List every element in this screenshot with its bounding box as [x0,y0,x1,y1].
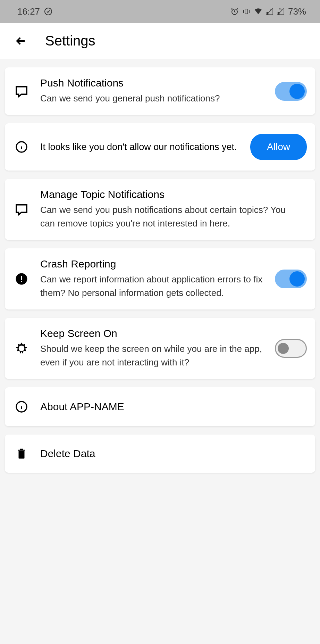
svg-text:!: ! [281,8,282,11]
alarm-icon [230,7,239,16]
keep-screen-on-toggle[interactable] [275,339,307,358]
crash-reporting-toggle[interactable] [275,270,307,288]
delete-data-title: Delete Data [40,448,300,460]
chat-icon [13,84,30,98]
chat-icon [13,203,30,216]
status-right: ! R ! 73% [230,6,306,17]
signal-icon-2: R ! [277,8,285,15]
keep-screen-on-description: Should we keep the screen on while you a… [40,342,268,369]
error-icon [13,273,30,285]
status-time: 16:27 [17,6,40,17]
svg-text:R: R [279,8,280,11]
keep-screen-on-title: Keep Screen On [40,328,268,339]
checkmark-circle-icon [44,7,52,16]
manage-topics-description: Can we send you push notifications about… [40,203,300,230]
wifi-icon [254,7,262,16]
manage-topics-title: Manage Topic Notifications [40,189,300,200]
status-left: 16:27 [17,6,52,17]
crash-reporting-title: Crash Reporting [40,258,268,270]
brightness-icon [13,341,30,355]
back-button[interactable] [14,34,28,48]
info-icon [13,141,30,153]
svg-point-0 [45,8,52,15]
info-icon [13,401,30,413]
notification-warning-card: It looks like you don't allow our notifi… [5,123,315,171]
status-battery: 73% [288,6,306,17]
allow-button[interactable]: Allow [250,134,307,160]
trash-icon [13,448,30,460]
push-notifications-title: Push Notifications [40,77,268,89]
about-title: About APP-NAME [40,401,300,413]
keep-screen-on-card[interactable]: Keep Screen On Should we keep the screen… [5,318,315,379]
about-card[interactable]: About APP-NAME [5,387,315,426]
crash-reporting-description: Can we report information about applicat… [40,273,268,300]
notification-warning-text: It looks like you don't allow our notifi… [40,140,243,154]
page-title: Settings [45,33,95,49]
push-notifications-card[interactable]: Push Notifications Can we send you gener… [5,67,315,115]
vibrate-icon [242,7,251,16]
svg-rect-9 [21,281,22,282]
svg-text:!: ! [270,8,271,11]
header: Settings [0,23,320,59]
status-bar: 16:27 [0,0,320,23]
push-notifications-toggle[interactable] [275,82,307,101]
manage-topics-card[interactable]: Manage Topic Notifications Can we send y… [5,179,315,240]
delete-data-card[interactable]: Delete Data [5,435,315,473]
push-notifications-description: Can we send you general push notificatio… [40,92,268,105]
svg-rect-2 [245,9,248,14]
svg-rect-8 [21,276,22,280]
signal-icon-1: ! [266,8,273,15]
crash-reporting-card[interactable]: Crash Reporting Can we report informatio… [5,248,315,309]
content: Push Notifications Can we send you gener… [0,67,320,473]
